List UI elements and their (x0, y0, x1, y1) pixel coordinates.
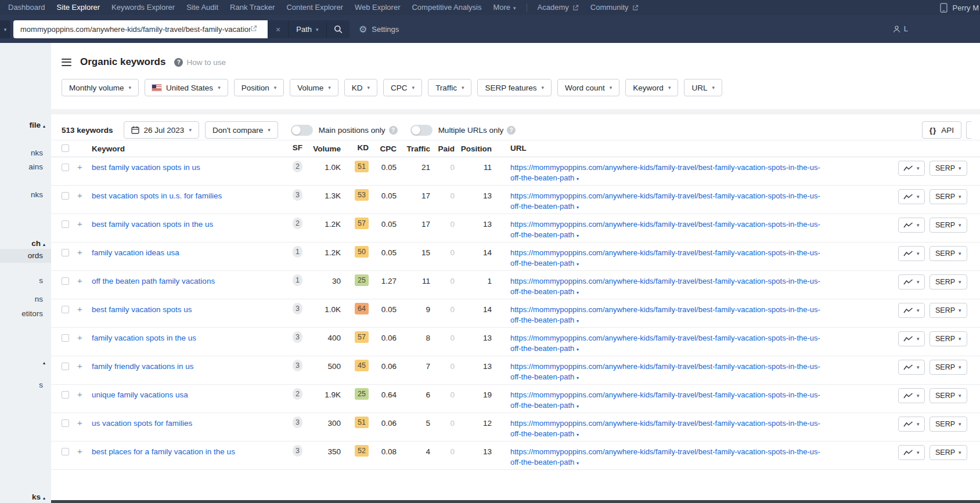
sidebar-item[interactable]: etitors (21, 307, 51, 321)
filter-button[interactable]: Keyword ▾ (625, 79, 678, 96)
filter-button[interactable]: Position ▾ (234, 79, 284, 96)
add-keyword-button[interactable]: + (77, 248, 92, 257)
serp-button[interactable]: SERP ▾ (929, 388, 967, 403)
keyword-link[interactable]: off the beaten path family vacations (92, 277, 215, 285)
serp-button[interactable]: SERP ▾ (929, 445, 967, 460)
add-keyword-button[interactable]: + (77, 219, 92, 229)
position-history-button[interactable]: ▾ (898, 303, 925, 318)
chevron-down-icon[interactable]: ▾ (577, 319, 579, 324)
chevron-down-icon[interactable]: ▾ (577, 290, 579, 295)
filter-button[interactable]: Traffic ▾ (428, 79, 471, 96)
question-icon[interactable]: ? (389, 126, 398, 135)
ranking-url-link[interactable]: https://mommypoppins.com/anywhere-kids/f… (510, 447, 820, 466)
sidebar-item[interactable]: ords (0, 249, 51, 263)
ranking-url-link[interactable]: https://mommypoppins.com/anywhere-kids/f… (510, 334, 820, 353)
header-kd[interactable]: KD (341, 143, 369, 153)
position-history-button[interactable]: ▾ (898, 161, 925, 176)
how-to-use-link[interactable]: ? How to use (174, 58, 226, 67)
sidebar-item[interactable]: ns (35, 292, 51, 306)
add-keyword-button[interactable]: + (77, 390, 92, 399)
add-keyword-button[interactable]: + (77, 191, 92, 200)
position-history-button[interactable]: ▾ (898, 246, 925, 261)
ranking-url-link[interactable]: https://mommypoppins.com/anywhere-kids/f… (510, 220, 820, 239)
add-keyword-button[interactable]: + (77, 418, 92, 428)
filter-button[interactable]: United States ▾ (145, 79, 228, 96)
question-icon[interactable]: ? (507, 126, 516, 135)
row-checkbox[interactable] (62, 249, 69, 256)
serp-button[interactable]: SERP ▾ (929, 303, 967, 318)
chevron-down-icon[interactable]: ▾ (577, 347, 579, 352)
api-button[interactable]: {} API (922, 121, 961, 139)
keyword-link[interactable]: family friendly vacations in us (92, 362, 194, 371)
keyword-link[interactable]: best places for a family vacation in the… (92, 447, 235, 456)
clipped-toolbar-button[interactable] (966, 121, 971, 139)
user-menu[interactable]: Perry M (940, 3, 980, 13)
filter-button[interactable]: KD ▾ (344, 79, 377, 96)
add-keyword-button[interactable]: + (77, 333, 92, 342)
filter-button[interactable]: Volume ▾ (290, 79, 338, 96)
keyword-link[interactable]: unique family vacations usa (92, 390, 188, 399)
add-keyword-button[interactable]: + (77, 162, 92, 172)
position-history-button[interactable]: ▾ (898, 218, 925, 233)
chevron-down-icon[interactable]: ▾ (577, 205, 579, 210)
search-mode-path-dropdown[interactable]: Path▾ (288, 20, 326, 38)
nav-external-link[interactable]: Academy (532, 0, 585, 15)
open-target-external-icon[interactable] (250, 25, 257, 34)
nav-item[interactable]: Site Explorer (51, 0, 106, 15)
add-keyword-button[interactable]: + (77, 361, 92, 371)
nav-item[interactable]: Keywords Explorer (106, 0, 181, 15)
nav-item[interactable]: Web Explorer (349, 0, 406, 15)
compare-dropdown[interactable]: Don't compare ▾ (205, 121, 278, 139)
row-checkbox[interactable] (62, 220, 69, 228)
header-sf[interactable]: SF (271, 143, 302, 153)
sidebar-item[interactable]: file▴ (29, 118, 51, 132)
lists-control-partial[interactable]: L (893, 24, 908, 33)
chevron-down-icon[interactable]: ▾ (577, 432, 579, 437)
filter-button[interactable]: Word count ▾ (557, 79, 619, 96)
sidebar-item[interactable]: nks (31, 188, 51, 202)
serp-button[interactable]: SERP ▾ (929, 161, 967, 176)
nav-item[interactable]: Rank Tracker (224, 0, 280, 15)
keyword-link[interactable]: family vacation spots in the us (92, 334, 196, 342)
settings-button[interactable]: ⚙ Settings (359, 15, 399, 43)
row-checkbox[interactable] (62, 334, 69, 342)
ranking-url-link[interactable]: https://mommypoppins.com/anywhere-kids/f… (510, 248, 820, 267)
sidebar-item[interactable]: nks (31, 146, 51, 160)
nav-item[interactable]: Competitive Analysis (406, 0, 487, 15)
row-checkbox[interactable] (62, 363, 69, 370)
serp-button[interactable]: SERP ▾ (929, 274, 967, 290)
position-history-button[interactable]: ▾ (898, 417, 925, 432)
header-paid[interactable]: Paid (430, 144, 455, 154)
keyword-link[interactable]: best family vacation spots in us (92, 163, 200, 172)
add-keyword-button[interactable]: + (77, 447, 92, 456)
serp-button[interactable]: SERP ▾ (929, 331, 967, 346)
search-button[interactable] (326, 20, 350, 38)
ranking-url-link[interactable]: https://mommypoppins.com/anywhere-kids/f… (510, 362, 820, 381)
nav-item[interactable]: Dashboard (2, 0, 51, 15)
chevron-down-icon[interactable]: ▾ (577, 375, 579, 381)
menu-icon[interactable] (62, 59, 71, 66)
ranking-url-link[interactable]: https://mommypoppins.com/anywhere-kids/f… (510, 305, 820, 324)
serp-button[interactable]: SERP ▾ (929, 189, 967, 204)
header-keyword[interactable]: Keyword (92, 144, 271, 154)
search-mode-dropdown[interactable]: ▾ (0, 20, 10, 38)
chevron-down-icon[interactable]: ▾ (577, 262, 579, 267)
nav-more-menu[interactable]: More▾ (487, 0, 521, 16)
target-url-input[interactable] (13, 20, 268, 38)
serp-button[interactable]: SERP ▾ (929, 360, 967, 375)
position-history-button[interactable]: ▾ (898, 331, 925, 346)
serp-button[interactable]: SERP ▾ (929, 246, 967, 261)
row-checkbox[interactable] (62, 164, 69, 171)
row-checkbox[interactable] (62, 306, 69, 313)
chevron-down-icon[interactable]: ▾ (577, 233, 579, 238)
nav-item[interactable]: Site Audit (181, 0, 224, 15)
chevron-down-icon[interactable]: ▾ (577, 176, 579, 182)
filter-button[interactable]: CPC ▾ (383, 79, 422, 96)
nav-external-link[interactable]: Community (585, 0, 644, 15)
row-checkbox[interactable] (62, 391, 69, 399)
position-history-button[interactable]: ▾ (898, 274, 925, 290)
header-cpc[interactable]: CPC (369, 144, 397, 154)
serp-button[interactable]: SERP ▾ (929, 218, 967, 233)
header-traffic[interactable]: Traffic (397, 144, 430, 154)
ranking-url-link[interactable]: https://mommypoppins.com/anywhere-kids/f… (510, 390, 820, 410)
